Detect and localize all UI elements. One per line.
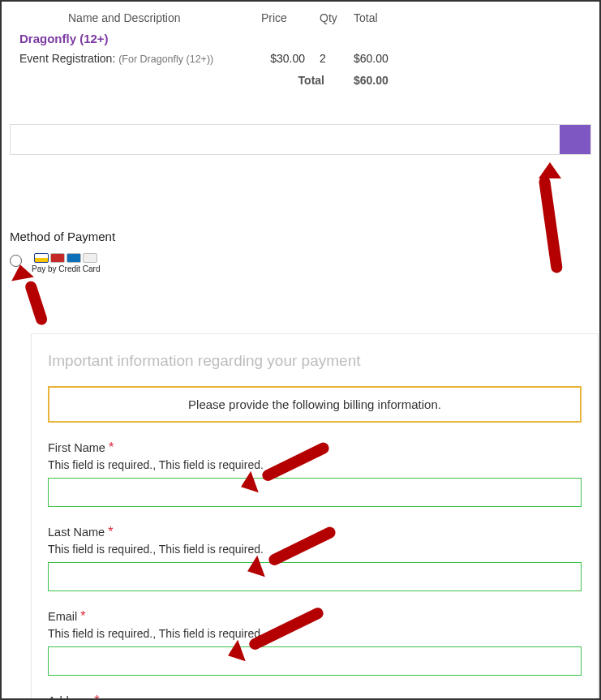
email-error: This field is required., This field is r… [48,627,582,640]
line-item-label: Event Registration: [19,52,115,65]
col-header-price: Price [256,8,313,28]
billing-info-panel: Important information regarding your pay… [31,333,599,700]
line-item-price: $30.00 [256,49,313,67]
col-header-name: Name and Description [11,8,255,28]
email-label: Email [48,610,77,623]
order-header-row: Name and Description Price Qty Total [11,8,590,28]
line-item-qty: 2 [315,49,347,67]
col-header-total: Total [349,8,414,28]
first-name-error: This field is required., This field is r… [48,458,582,471]
order-summary-table: Name and Description Price Qty Total Dra… [10,6,591,93]
last-name-label: Last Name [48,526,105,539]
billing-panel-heading: Important information regarding your pay… [48,352,582,370]
line-item-total: $60.00 [349,49,414,67]
discover-icon [83,253,97,263]
line-item-detail: (For Dragonfly (12+)) [118,54,213,65]
amex-icon [67,253,81,263]
required-asterisk: * [80,609,85,623]
visa-icon [34,253,49,263]
totals-amount: $60.00 [349,69,414,92]
payment-option-credit-card[interactable]: Pay by Credit Card [10,253,591,273]
payment-method-title: Method of Payment [10,230,591,243]
product-row: Dragonfly (12+) [11,29,590,48]
last-name-input[interactable] [48,562,582,591]
required-asterisk: * [109,440,114,454]
address-label: Address [48,694,91,700]
line-item-row: Event Registration: (For Dragonfly (12+)… [11,49,590,67]
payment-method-section: Method of Payment Pay by Credit Card [10,230,591,273]
required-asterisk: * [108,525,113,539]
proceed-bar [10,124,591,155]
first-name-input[interactable] [48,478,582,507]
mastercard-icon [50,253,65,263]
credit-card-icons-block: Pay by Credit Card [32,253,100,273]
address-field-group: Address* [48,694,582,700]
product-name-link[interactable]: Dragonfly (12+) [19,32,109,45]
totals-label: Total [256,69,347,92]
required-asterisk: * [94,694,99,700]
col-header-qty: Qty [315,8,347,28]
email-input[interactable] [48,646,582,676]
proceed-button[interactable] [560,125,590,154]
billing-notice: Please provide the following billing inf… [48,386,582,423]
credit-card-caption: Pay by Credit Card [32,264,100,273]
first-name-label: First Name [48,441,105,454]
totals-row: Total $60.00 [11,69,590,92]
